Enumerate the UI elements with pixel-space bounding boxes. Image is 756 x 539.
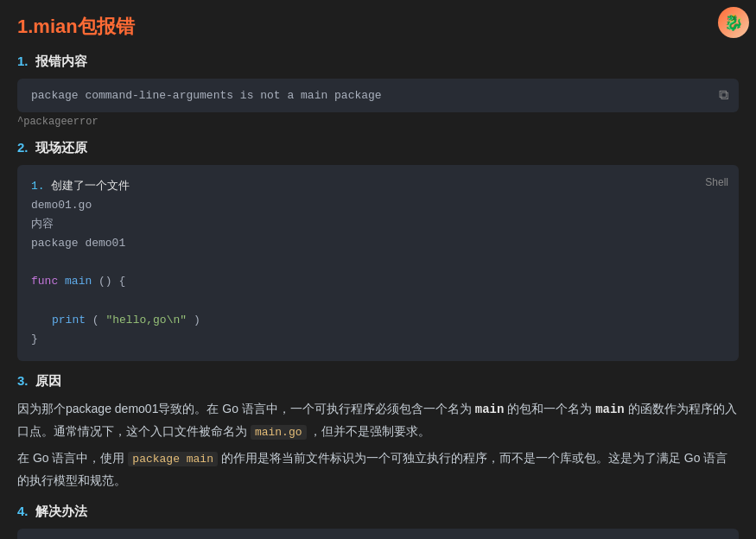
maingo-inline: main.go (251, 425, 307, 440)
filename: demo01.go (31, 196, 725, 215)
section-4-header: 4. 解决办法 (17, 504, 739, 520)
step1-number: 1. (31, 180, 45, 193)
code-line-3: func main () { (31, 272, 725, 291)
section-2-number: 2. (17, 140, 29, 155)
code-blank-2 (31, 292, 725, 311)
section-4-title: 解决办法 (35, 504, 87, 518)
error-code-block: ⧉ package command-line-arguments is not … (17, 79, 739, 112)
func-keyword: func (31, 275, 58, 288)
code-print-line: print ( "hello,go\n" ) (31, 311, 725, 330)
package-main-inline: package main (128, 452, 218, 466)
func-name: main (65, 275, 92, 288)
main-keyword-2: main (595, 403, 625, 416)
prose-2: 在 Go 语言中，使用 package main 的作用是将当前文件标识为一个可… (17, 447, 739, 491)
step1-desc: 创建了一个文件 (51, 180, 130, 193)
avatar: 🐉 (718, 7, 749, 38)
main-keyword-1: main (475, 403, 505, 416)
section-1-number: 1. (17, 54, 29, 68)
section-2-header: 2. 现场还原 (17, 140, 739, 156)
reproduction-code-block: Shell 1. 创建了一个文件 demo01.go 内容 package de… (17, 165, 739, 361)
content-label: 内容 (31, 215, 725, 234)
print-open: ( (92, 314, 99, 327)
page-title: 1.mian包报错 (17, 14, 739, 40)
print-func: print (52, 314, 86, 327)
section-1-header: 1. 报错内容 (17, 54, 739, 70)
code-line-close: } (31, 330, 725, 349)
section-4-number: 4. (17, 504, 29, 518)
solution-code-block: Shell package demo01 改成 package main CSD… (17, 529, 739, 539)
shell-label-1: Shell (705, 174, 728, 191)
print-close: ) (194, 314, 200, 327)
prose-1: 因为那个package demo01导致的。在 Go 语言中，一个可执行程序必须… (17, 398, 739, 443)
section-3-header: 3. 原因 (17, 373, 739, 390)
code-blank-1 (31, 253, 725, 272)
error-label: ^packageerror (17, 116, 739, 128)
section-3-title: 原因 (35, 373, 61, 388)
print-string: "hello,go\n" (105, 314, 187, 327)
section-2-title: 现场还原 (35, 140, 87, 155)
error-text: package command-line-arguments is not a … (31, 89, 382, 102)
copy-icon[interactable]: ⧉ (719, 87, 728, 104)
section-1-title: 报错内容 (35, 54, 87, 68)
section-3-number: 3. (17, 373, 29, 388)
code-line-1: package demo01 (31, 234, 725, 253)
func-parens: () { (98, 275, 125, 288)
